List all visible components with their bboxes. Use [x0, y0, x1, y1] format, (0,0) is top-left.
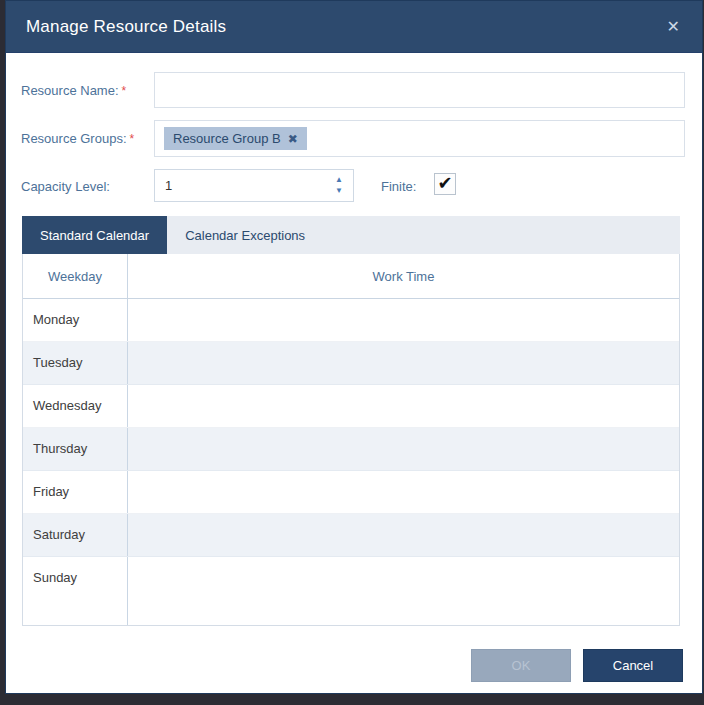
- capacity-level-input[interactable]: [155, 178, 335, 193]
- tag-remove-icon[interactable]: ✖: [288, 132, 298, 146]
- spinner-up-icon[interactable]: ▲: [335, 176, 343, 184]
- work-time-cell[interactable]: [128, 428, 679, 470]
- manage-resource-details-dialog: Manage Resource Details ✕ Resource Name:…: [5, 0, 703, 694]
- table-row-monday[interactable]: Monday: [23, 299, 679, 342]
- work-time-cell[interactable]: [128, 385, 679, 427]
- table-row-tuesday[interactable]: Tuesday: [23, 342, 679, 385]
- weekday-cell: Saturday: [23, 514, 128, 556]
- table-row-thursday[interactable]: Thursday: [23, 428, 679, 471]
- table-row-sunday[interactable]: Sunday: [23, 557, 679, 625]
- tab-calendar-exceptions[interactable]: Calendar Exceptions: [167, 216, 323, 254]
- work-time-cell[interactable]: [128, 514, 679, 556]
- weekday-cell: Sunday: [23, 557, 128, 625]
- resource-group-tag-label: Resource Group B: [173, 131, 281, 146]
- work-time-cell[interactable]: [128, 557, 679, 625]
- ok-button[interactable]: OK: [471, 649, 571, 682]
- capacity-level-label: Capacity Level:: [21, 179, 110, 194]
- resource-groups-label-text: Resource Groups:: [21, 131, 127, 146]
- close-icon[interactable]: ✕: [665, 15, 682, 39]
- capacity-level-stepper: ▲ ▼: [154, 169, 354, 202]
- table-row-saturday[interactable]: Saturday: [23, 514, 679, 557]
- work-time-cell[interactable]: [128, 471, 679, 513]
- weekday-cell: Monday: [23, 299, 128, 341]
- finite-checkbox[interactable]: ✔: [434, 173, 456, 195]
- dialog-title: Manage Resource Details: [26, 17, 226, 37]
- checkmark-icon: ✔: [437, 174, 452, 192]
- calendar-tabs: Standard Calendar Calendar Exceptions: [22, 216, 680, 254]
- resource-group-tag: Resource Group B ✖: [164, 127, 307, 150]
- column-header-weekday: Weekday: [23, 254, 128, 298]
- column-header-work-time: Work Time: [128, 254, 679, 298]
- capacity-level-label-text: Capacity Level:: [21, 179, 110, 194]
- tab-standard-calendar[interactable]: Standard Calendar: [22, 216, 167, 254]
- table-row-friday[interactable]: Friday: [23, 471, 679, 514]
- weekday-cell: Friday: [23, 471, 128, 513]
- table-row-wednesday[interactable]: Wednesday: [23, 385, 679, 428]
- resource-groups-label: Resource Groups:*: [21, 131, 134, 146]
- resource-name-label: Resource Name:*: [21, 83, 126, 98]
- dialog-header: Manage Resource Details ✕: [6, 1, 702, 53]
- weekday-cell: Wednesday: [23, 385, 128, 427]
- weekday-cell: Tuesday: [23, 342, 128, 384]
- weekday-cell: Thursday: [23, 428, 128, 470]
- finite-label: Finite:: [381, 179, 416, 194]
- resource-groups-field[interactable]: Resource Group B ✖: [154, 120, 685, 157]
- finite-label-text: Finite:: [381, 179, 416, 194]
- resource-groups-required-marker: *: [130, 132, 135, 146]
- spinner-arrows: ▲ ▼: [335, 176, 353, 195]
- standard-calendar-table: Weekday Work Time Monday Tuesday Wednesd…: [22, 254, 680, 626]
- spinner-down-icon[interactable]: ▼: [335, 187, 343, 195]
- cancel-button[interactable]: Cancel: [583, 649, 683, 682]
- table-header-row: Weekday Work Time: [23, 254, 679, 299]
- resource-name-required-marker: *: [122, 84, 127, 98]
- work-time-cell[interactable]: [128, 342, 679, 384]
- work-time-cell[interactable]: [128, 299, 679, 341]
- resource-name-input[interactable]: [154, 72, 685, 108]
- resource-name-label-text: Resource Name:: [21, 83, 119, 98]
